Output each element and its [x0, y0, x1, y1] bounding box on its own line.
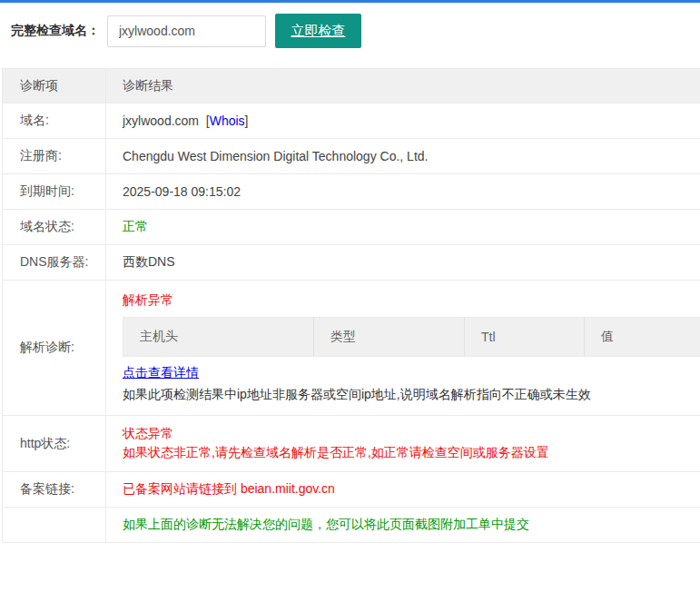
row-footer-tip: 如果上面的诊断无法解决您的问题，您可以将此页面截图附加工单中提交 [3, 508, 700, 543]
expiry-value: 2025-09-18 09:15:02 [106, 174, 700, 210]
http-status-value: 状态异常 [123, 424, 700, 443]
row-label: 域名: [3, 104, 106, 139]
resolution-note: 如果此项检测结果中ip地址非服务器或空间ip地址,说明域名解析指向不正确或未生效 [123, 385, 700, 403]
resolution-status: 解析异常 [123, 292, 700, 309]
domain-input[interactable] [107, 15, 266, 47]
row-label: 到期时间: [3, 174, 106, 210]
row-label [3, 508, 106, 543]
row-expiry: 到期时间: 2025-09-18 09:15:02 [3, 174, 700, 210]
detail-link[interactable]: 点击查看详情 [123, 365, 199, 380]
row-domain: 域名: jxylwood.com [Whois] [3, 104, 700, 139]
footer-tip-value: 如果上面的诊断无法解决您的问题，您可以将此页面截图附加工单中提交 [123, 517, 529, 531]
column-header-item: 诊断项 [3, 69, 106, 104]
registrar-value: Chengdu West Dimension Digital Technolog… [106, 139, 700, 174]
diagnostic-table: 诊断项 诊断结果 域名: jxylwood.com [Whois] 注册商: C… [2, 68, 700, 543]
records-col-host: 主机头 [123, 318, 314, 357]
row-label: 域名状态: [3, 210, 106, 245]
row-registrar: 注册商: Chengdu West Dimension Digital Tech… [3, 139, 700, 174]
records-col-value: 值 [585, 318, 700, 357]
search-domain-label: 完整检查域名： [11, 23, 100, 39]
records-col-ttl: Ttl [465, 318, 585, 357]
row-icp-link: 备案链接: 已备案网站请链接到 beian.miit.gov.cn [3, 472, 700, 508]
domain-status-value: 正常 [123, 219, 148, 233]
row-http-status: http状态: 状态异常 如果状态非正常,请先检查域名解析是否正常,如正常请检查… [3, 416, 700, 472]
whois-link[interactable]: Whois [210, 114, 245, 128]
dns-server-value: 西数DNS [106, 245, 700, 281]
table-header-row: 诊断项 诊断结果 [3, 69, 700, 104]
check-now-button[interactable]: 立即检查 [275, 14, 361, 48]
records-col-type: 类型 [314, 318, 465, 357]
column-header-result: 诊断结果 [106, 69, 700, 104]
dns-records-table: 主机头 类型 Ttl 值 [123, 317, 700, 357]
row-label: http状态: [3, 416, 106, 472]
icp-link-value: 已备案网站请链接到 beian.miit.gov.cn [123, 481, 335, 496]
row-domain-status: 域名状态: 正常 [3, 210, 700, 245]
records-header-row: 主机头 类型 Ttl 值 [123, 318, 700, 357]
domain-search-bar: 完整检查域名： 立即检查 [0, 3, 700, 58]
whois-bracket-close: ] [245, 114, 249, 128]
row-resolution: 解析诊断: 解析异常 主机头 类型 Ttl 值 点击查看详情 如果此项检测结果中… [3, 281, 700, 416]
domain-value: jxylwood.com [123, 114, 199, 128]
row-dns-server: DNS服务器: 西数DNS [3, 245, 700, 281]
row-label: DNS服务器: [3, 245, 106, 281]
row-label: 解析诊断: [3, 281, 106, 416]
row-label: 备案链接: [3, 472, 106, 508]
row-label: 注册商: [3, 139, 106, 174]
http-status-note: 如果状态非正常,请先检查域名解析是否正常,如正常请检查空间或服务器设置 [123, 443, 700, 462]
